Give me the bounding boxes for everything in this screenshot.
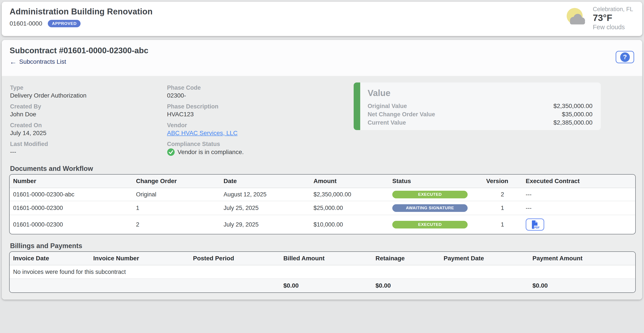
status-pill: AWAITING SIGNATURE <box>392 204 468 212</box>
status-pill: EXECUTED <box>392 191 468 198</box>
help-button[interactable]: ? <box>616 51 634 63</box>
column-header: Number <box>10 175 132 188</box>
documents-table: Number Change Order Date Amount Status V… <box>9 174 636 234</box>
doc-amount-cell: $10,000.00 <box>310 215 389 234</box>
doc-version-cell: 1 <box>483 201 522 215</box>
doc-amount-cell: $2,350,000.00 <box>310 188 389 201</box>
column-header: Change Order <box>132 175 220 188</box>
status-badge: APPROVED <box>48 20 80 27</box>
doc-executed-contract-cell: --- <box>522 201 635 215</box>
column-header: Billed Amount <box>280 252 372 265</box>
help-icon: ? <box>620 52 630 62</box>
doc-date-cell: August 12, 2025 <box>220 188 310 201</box>
retainage-total: $0.00 <box>372 279 440 293</box>
billings-header-row: Invoice Date Invoice Number Posted Perio… <box>10 252 635 265</box>
detail-value: Delivery Order Authorization <box>10 92 167 99</box>
detail-last-modified: Last Modified --- <box>10 141 167 156</box>
value-row-amount: $2,385,000.00 <box>554 119 592 126</box>
project-number: 01601-0000 <box>10 20 42 27</box>
subcontract-header: Subcontract #01601-0000-02300-abc ← Subc… <box>2 40 642 76</box>
doc-version-cell: 2 <box>483 188 522 201</box>
doc-number-cell: 01601-0000-02300 <box>10 215 132 234</box>
back-arrow-icon: ← <box>10 59 16 65</box>
doc-date-cell: July 25, 2025 <box>220 201 310 215</box>
weather-text: Celebration, FL 73°F Few clouds <box>593 6 633 31</box>
subcontract-detail-card: Subcontract #01601-0000-02300-abc ← Subc… <box>2 40 642 300</box>
doc-executed-contract-cell: --- <box>522 188 635 201</box>
column-header: Invoice Number <box>90 252 190 265</box>
column-header: Payment Amount <box>529 252 635 265</box>
project-header-card: Administration Building Renovation 01601… <box>2 2 642 36</box>
column-header: Posted Period <box>190 252 280 265</box>
status-pill: EXECUTED <box>392 221 468 229</box>
billings-section-heading: Billings and Payments <box>10 242 635 250</box>
project-title: Administration Building Renovation <box>10 7 642 16</box>
value-row-net-change: Net Change Order Value $35,000.00 <box>368 110 592 118</box>
detail-value: --- <box>10 148 167 156</box>
check-circle-icon <box>167 148 175 156</box>
column-header: Date <box>220 175 310 188</box>
value-row-amount: $35,000.00 <box>562 111 592 118</box>
column-header: Executed Contract <box>522 175 635 188</box>
value-row-label: Current Value <box>368 119 406 126</box>
back-link-label: Subcontracts List <box>19 58 66 65</box>
executed-contract-pdf-button[interactable]: PDF <box>526 218 544 231</box>
value-panel: Value Original Value $2,350,000.00 Net C… <box>354 82 601 130</box>
vendor-link[interactable]: ABC HVAC Services, LLC <box>167 130 238 136</box>
detail-label: Type <box>10 84 167 91</box>
billings-empty-row: No invoices were found for this subcontr… <box>10 265 635 279</box>
detail-created-by: Created By John Doe <box>10 103 167 118</box>
column-header: Version <box>483 175 522 188</box>
doc-change-order-cell: 1 <box>132 201 220 215</box>
value-row-current: Current Value $2,385,000.00 <box>368 118 592 127</box>
detail-value: July 14, 2025 <box>10 129 167 137</box>
detail-label: Created By <box>10 103 167 110</box>
doc-number-cell: 01601-0000-02300-abc <box>10 188 132 201</box>
detail-compliance: Compliance Status Vendor is in complianc… <box>167 141 635 156</box>
back-to-subcontracts-link[interactable]: ← Subcontracts List <box>10 58 66 65</box>
document-row: 01601-0000-02300 2 July 29, 2025 $10,000… <box>10 215 635 234</box>
payment-total: $0.00 <box>529 279 635 293</box>
doc-number-cell: 01601-0000-02300 <box>10 201 132 215</box>
sun-cloud-icon <box>565 6 588 30</box>
value-row-label: Original Value <box>368 103 407 110</box>
weather-temperature: 73°F <box>593 13 633 23</box>
value-row-label: Net Change Order Value <box>368 111 435 118</box>
compliance-status-text: Vendor is in compliance. <box>178 148 244 156</box>
svg-text:PDF: PDF <box>534 226 540 229</box>
column-header: Amount <box>310 175 389 188</box>
doc-change-order-cell: 2 <box>132 215 220 234</box>
value-panel-title: Value <box>368 88 592 98</box>
column-header: Status <box>389 175 483 188</box>
value-row-amount: $2,350,000.00 <box>554 103 592 110</box>
column-header: Payment Date <box>440 252 529 265</box>
document-row: 01601-0000-02300 1 July 25, 2025 $25,000… <box>10 201 635 215</box>
value-row-original: Original Value $2,350,000.00 <box>368 102 592 110</box>
value-panel-content: Value Original Value $2,350,000.00 Net C… <box>360 82 601 130</box>
weather-widget: Celebration, FL 73°F Few clouds <box>565 6 633 31</box>
documents-section-heading: Documents and Workflow <box>10 165 635 172</box>
project-meta-row: 01601-0000 APPROVED <box>10 20 642 27</box>
documents-header-row: Number Change Order Date Amount Status V… <box>10 175 635 188</box>
doc-version-cell: 1 <box>483 215 522 234</box>
billings-table: Invoice Date Invoice Number Posted Perio… <box>9 251 636 293</box>
column-header: Retainage <box>372 252 440 265</box>
doc-change-order-cell: Original <box>132 188 220 201</box>
empty-message: No invoices were found for this subcontr… <box>10 265 635 279</box>
value-panel-accent-bar <box>354 82 360 130</box>
details-column-1: Type Delivery Order Authorization Create… <box>10 84 167 157</box>
document-row: 01601-0000-02300-abc Original August 12,… <box>10 188 635 201</box>
weather-condition: Few clouds <box>593 23 633 31</box>
detail-label: Created On <box>10 122 167 129</box>
billed-total: $0.00 <box>280 279 372 293</box>
detail-label: Compliance Status <box>167 141 635 148</box>
doc-amount-cell: $25,000.00 <box>310 201 389 215</box>
doc-date-cell: July 29, 2025 <box>220 215 310 234</box>
page-title: Subcontract #01601-0000-02300-abc <box>2 40 642 55</box>
subcontract-body: Type Delivery Order Authorization Create… <box>2 76 642 300</box>
column-header: Invoice Date <box>10 252 90 265</box>
pdf-file-icon: PDF <box>530 220 540 229</box>
billings-totals-row: $0.00 $0.00 $0.00 <box>10 279 635 293</box>
detail-created-on: Created On July 14, 2025 <box>10 122 167 137</box>
detail-label: Last Modified <box>10 141 167 148</box>
